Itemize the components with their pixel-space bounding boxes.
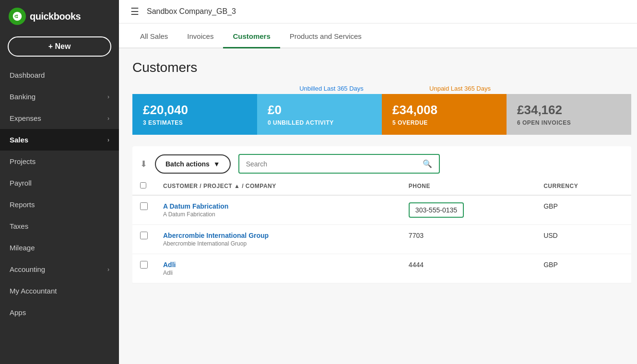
checkbox-row-2[interactable] xyxy=(140,232,148,239)
summary-card-open-invoices[interactable]: £34,1626 OPEN INVOICES xyxy=(507,94,631,135)
search-icon: 🔍 xyxy=(423,159,432,168)
row-checkbox-row-3 xyxy=(132,254,155,283)
sidebar-item-label-banking: Banking xyxy=(10,93,35,101)
new-button[interactable]: + New xyxy=(8,36,111,57)
batch-actions-button[interactable]: Batch actions ▼ xyxy=(155,154,231,174)
summary-card-overdue[interactable]: £34,0085 OVERDUE xyxy=(382,94,507,135)
sidebar: quickbooks + New DashboardBanking›Expens… xyxy=(0,0,119,364)
customer-name-cell-row-3: AdliAdli xyxy=(155,254,401,283)
sidebar-item-sales[interactable]: Sales› xyxy=(0,129,119,151)
currency-cell-row-2: USD xyxy=(536,225,631,254)
table-row: AdliAdli4444GBP xyxy=(132,254,631,283)
search-input[interactable] xyxy=(246,160,419,168)
sidebar-item-label-reports: Reports xyxy=(10,200,35,209)
company-name: Sandbox Company_GB_3 xyxy=(147,7,236,16)
checkbox-row-3[interactable] xyxy=(140,261,148,269)
th-currency: CURRENCY xyxy=(536,177,631,195)
tab-all-sales[interactable]: All Sales xyxy=(130,23,177,48)
sidebar-item-expenses[interactable]: Expenses› xyxy=(0,107,119,129)
sidebar-item-label-mileage: Mileage xyxy=(10,244,35,252)
sidebar-item-banking[interactable]: Banking› xyxy=(0,86,119,107)
tab-products-services[interactable]: Products and Services xyxy=(280,23,371,48)
select-all-checkbox[interactable] xyxy=(140,182,146,188)
tab-invoices[interactable]: Invoices xyxy=(177,23,223,48)
sidebar-item-label-sales: Sales xyxy=(10,136,28,144)
card-label-estimates: 3 ESTIMATES xyxy=(143,119,247,126)
customer-name-cell-row-1: A Datum FabricationA Datum Fabrication xyxy=(155,195,401,225)
th-phone: PHONE xyxy=(401,177,536,195)
customer-name-row-3[interactable]: Adli xyxy=(163,261,393,269)
card-label-unbilled: 0 UNBILLED ACTIVITY xyxy=(268,119,371,126)
th-select-all xyxy=(132,177,155,195)
table-row: A Datum FabricationA Datum Fabrication30… xyxy=(132,195,631,225)
sidebar-item-label-accounting: Accounting xyxy=(10,265,45,273)
summary-card-estimates[interactable]: £20,0403 ESTIMATES xyxy=(132,94,257,135)
phone-cell-row-2: 7703 xyxy=(401,225,536,254)
customers-table: CUSTOMER / PROJECT ▲ / COMPANY PHONE CUR… xyxy=(132,177,631,283)
sidebar-item-apps[interactable]: Apps xyxy=(0,302,119,323)
sort-icon[interactable]: ⬇ xyxy=(140,159,147,169)
customer-company-row-3: Adli xyxy=(163,270,393,276)
customer-name-row-2[interactable]: Abercrombie International Group xyxy=(163,232,393,239)
currency-cell-row-1: GBP xyxy=(536,195,631,225)
sidebar-item-dashboard[interactable]: Dashboard xyxy=(0,64,119,86)
unpaid-label: Unpaid Last 365 Days xyxy=(398,85,522,92)
sidebar-item-label-dashboard: Dashboard xyxy=(10,71,45,79)
main-content: ☰ Sandbox Company_GB_3 All SalesInvoices… xyxy=(119,0,637,364)
card-label-overdue: 5 OVERDUE xyxy=(392,119,496,126)
phone-cell-row-1: 303-555-0135 xyxy=(401,195,536,225)
main-wrapper: ☰ Sandbox Company_GB_3 All SalesInvoices… xyxy=(119,0,637,364)
row-checkbox-row-1 xyxy=(132,195,155,225)
unbilled-label: Unbilled Last 365 Days xyxy=(269,85,394,92)
checkbox-row-1[interactable] xyxy=(140,202,148,210)
customer-company-row-1: A Datum Fabrication xyxy=(163,211,393,218)
sidebar-item-taxes[interactable]: Taxes xyxy=(0,215,119,237)
summary-card-unbilled[interactable]: £00 UNBILLED ACTIVITY xyxy=(257,94,382,135)
currency-cell-row-3: GBP xyxy=(536,254,631,283)
summary-cards-row: £20,0403 ESTIMATES£00 UNBILLED ACTIVITY£… xyxy=(132,94,631,135)
customer-name-cell-row-2: Abercrombie International GroupAbercromb… xyxy=(155,225,401,254)
card-label-open-invoices: 6 OPEN INVOICES xyxy=(517,119,621,126)
card-value-estimates: £20,040 xyxy=(143,103,247,117)
chevron-icon-accounting: › xyxy=(107,266,109,273)
sidebar-item-label-expenses: Expenses xyxy=(10,114,41,122)
sidebar-item-accounting[interactable]: Accounting› xyxy=(0,258,119,280)
card-value-unbilled: £0 xyxy=(268,103,371,117)
chevron-icon-sales: › xyxy=(107,137,109,143)
page-title: Customers xyxy=(132,60,631,75)
brand-name: quickbooks xyxy=(30,11,81,22)
sidebar-item-label-payroll: Payroll xyxy=(10,179,32,187)
batch-actions-label: Batch actions xyxy=(165,160,210,168)
chevron-icon-banking: › xyxy=(107,94,109,100)
hamburger-icon[interactable]: ☰ xyxy=(130,6,139,17)
phone-cell-row-3: 4444 xyxy=(401,254,536,283)
content-area: Customers Unbilled Last 365 Days Unpaid … xyxy=(119,48,637,364)
topbar: ☰ Sandbox Company_GB_3 xyxy=(119,0,637,23)
table-row: Abercrombie International GroupAbercromb… xyxy=(132,225,631,254)
th-customer: CUSTOMER / PROJECT ▲ / COMPANY xyxy=(155,177,401,195)
sidebar-item-label-taxes: Taxes xyxy=(10,222,28,230)
customers-table-section: ⬇ Batch actions ▼ 🔍 xyxy=(132,146,631,283)
summary-section: Unbilled Last 365 Days Unpaid Last 365 D… xyxy=(132,85,631,135)
customer-name-row-1[interactable]: A Datum Fabrication xyxy=(163,202,393,210)
table-header: CUSTOMER / PROJECT ▲ / COMPANY PHONE CUR… xyxy=(132,177,631,195)
sidebar-item-label-my-accountant: My Accountant xyxy=(10,287,57,295)
card-value-open-invoices: £34,162 xyxy=(517,103,621,117)
sidebar-item-projects[interactable]: Projects xyxy=(0,151,119,172)
customer-company-row-2: Abercrombie International Gruop xyxy=(163,240,393,247)
summary-labels-row: Unbilled Last 365 Days Unpaid Last 365 D… xyxy=(132,85,631,92)
sidebar-item-my-accountant[interactable]: My Accountant xyxy=(0,280,119,302)
quickbooks-logo-icon xyxy=(9,8,26,25)
customers-tbody: A Datum FabricationA Datum Fabrication30… xyxy=(132,195,631,283)
sidebar-item-mileage[interactable]: Mileage xyxy=(0,237,119,258)
sidebar-navigation: DashboardBanking›Expenses›Sales›Projects… xyxy=(0,64,119,364)
tab-customers[interactable]: Customers xyxy=(223,23,280,48)
sidebar-item-reports[interactable]: Reports xyxy=(0,194,119,215)
table-toolbar: ⬇ Batch actions ▼ 🔍 xyxy=(132,146,631,177)
sidebar-item-label-apps: Apps xyxy=(10,308,26,317)
search-box[interactable]: 🔍 xyxy=(238,154,440,174)
sidebar-logo: quickbooks xyxy=(0,0,119,33)
tabs-bar: All SalesInvoicesCustomersProducts and S… xyxy=(119,23,637,48)
sidebar-item-payroll[interactable]: Payroll xyxy=(0,172,119,194)
phone-highlighted-row-1: 303-555-0135 xyxy=(409,202,464,218)
